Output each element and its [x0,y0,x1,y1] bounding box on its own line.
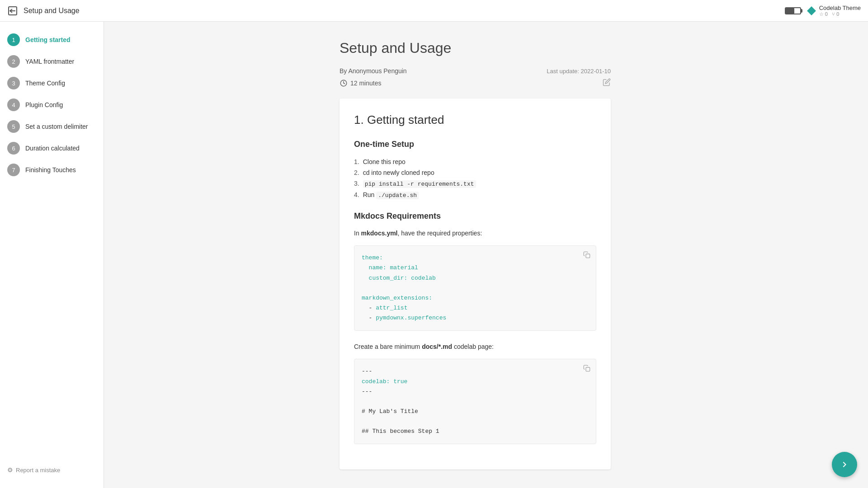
page-title: Setup and Usage [340,40,611,56]
list-item: 3. pip install -r requirements.txt [354,178,596,189]
code-line: codelab: true [362,377,589,387]
sidebar-item-finishing-touches[interactable]: 7 Finishing Touches [0,159,104,181]
list-item: 1. Clone this repo [354,156,596,167]
step-label-1: Getting started [25,36,71,43]
sidebar-steps: 1 Getting started 2 YAML frontmatter 3 T… [0,29,104,181]
one-time-setup-heading: One-time Setup [354,140,596,149]
header-title: Setup and Usage [24,7,80,15]
code-block-2: --- codelab: true --- # My Lab's Title #… [354,359,596,444]
code-line: --- [362,366,589,376]
sidebar: 1 Getting started 2 YAML frontmatter 3 T… [0,22,104,488]
copy-button-1[interactable] [581,249,592,260]
duration-label: 12 minutes [350,80,381,87]
code-line: # My Lab's Title [362,407,589,417]
step-label-7: Finishing Touches [25,166,76,174]
code-line [362,417,589,427]
gear-icon: ⚙ [7,466,13,474]
article-card: 1. Getting started One-time Setup 1. Clo… [340,99,611,469]
sidebar-item-theme-config[interactable]: 3 Theme Config [0,72,104,94]
code-line: ## This becomes Step 1 [362,427,589,436]
right-panel [846,22,868,488]
codelab-theme-section: Codelab Theme ☆ 0 ⑂ 0 [807,5,861,17]
step-circle-1: 1 [7,33,20,46]
header-right: Codelab Theme ☆ 0 ⑂ 0 [785,5,861,17]
clock-icon [340,79,348,87]
sidebar-item-yaml-frontmatter[interactable]: 2 YAML frontmatter [0,51,104,72]
step-circle-2: 2 [7,55,20,68]
sidebar-item-custom-delimiter[interactable]: 5 Set a custom delimiter [0,116,104,137]
duration-info: 12 minutes [340,79,381,87]
duration-row: 12 minutes [340,78,611,88]
step-circle-4: 4 [7,99,20,111]
svg-rect-3 [586,254,590,258]
step-circle-5: 5 [7,120,20,133]
sidebar-footer: ⚙ Report a mistake [0,459,104,481]
meta-row: By Anonymous Penguin Last update: 2022-0… [340,67,611,75]
edit-icon[interactable] [603,78,611,88]
step-circle-3: 3 [7,77,20,89]
step-label-3: Theme Config [25,80,65,87]
bare-minimum-text: Create a bare minimum docs/*.md codelab … [354,342,596,352]
mkdocs-intro: In mkdocs.yml, have the required propert… [354,228,596,238]
content-inner: Setup and Usage By Anonymous Penguin Las… [330,22,620,488]
header: Setup and Usage Codelab Theme ☆ 0 ⑂ 0 [0,0,868,22]
code-line: --- [362,387,589,397]
mkdocs-heading: Mkdocs Requirements [354,211,596,221]
step-circle-6: 6 [7,142,20,155]
codelab-theme-info: Codelab Theme ☆ 0 ⑂ 0 [819,5,861,17]
code-line: theme: [362,253,589,263]
codelab-theme-stats: ☆ 0 ⑂ 0 [819,11,861,17]
setup-steps-list: 1. Clone this repo 2. cd into newly clon… [354,156,596,201]
code-line: - attr_list [362,303,589,313]
report-mistake-label: Report a mistake [16,467,60,474]
section-title: 1. Getting started [354,113,596,127]
sidebar-item-duration-calculated[interactable]: 6 Duration calculated [0,137,104,159]
header-left: Setup and Usage [7,5,80,16]
next-button[interactable] [832,452,857,477]
code-line [362,283,589,293]
step-label-4: Plugin Config [25,101,63,108]
code-line [362,397,589,407]
battery-icon [785,7,801,14]
sidebar-item-plugin-config[interactable]: 4 Plugin Config [0,94,104,116]
report-mistake-link[interactable]: ⚙ Report a mistake [7,466,96,474]
code-block-1: theme: name: material custom_dir: codela… [354,245,596,331]
step-circle-7: 7 [7,164,20,176]
codelab-theme-name: Codelab Theme [819,5,861,11]
content-area: Setup and Usage By Anonymous Penguin Las… [104,22,846,488]
codelab-diamond-icon [807,6,816,15]
copy-button-2[interactable] [581,363,592,374]
sidebar-item-getting-started[interactable]: 1 Getting started [0,29,104,51]
step-label-6: Duration calculated [25,145,80,152]
last-update-label: Last update: 2022-01-10 [547,68,611,75]
svg-rect-4 [586,367,590,371]
step-label-5: Set a custom delimiter [25,123,88,130]
main-layout: 1 Getting started 2 YAML frontmatter 3 T… [0,22,868,488]
code-line: - pymdownx.superfences [362,313,589,323]
step-label-2: YAML frontmatter [25,58,74,65]
list-item: 4. Run ./update.sh [354,189,596,201]
code-line: name: material [362,263,589,273]
page-title-section: Setup and Usage By Anonymous Penguin Las… [340,40,611,88]
back-icon[interactable] [7,5,18,16]
code-line: markdown_extensions: [362,293,589,303]
list-item: 2. cd into newly cloned repo [354,167,596,178]
author-label: By Anonymous Penguin [340,67,407,75]
code-line: custom_dir: codelab [362,273,589,283]
